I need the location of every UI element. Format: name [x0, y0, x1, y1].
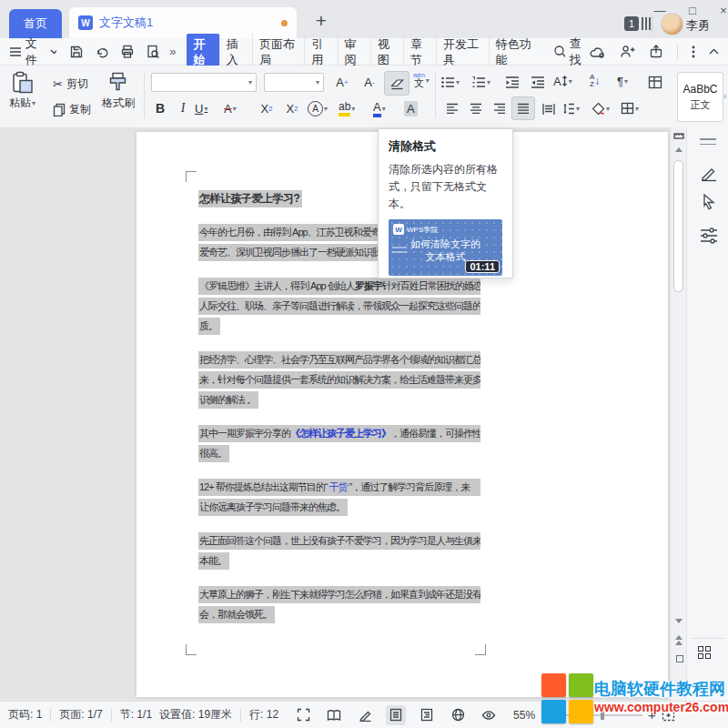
- fit-page-icon[interactable]: [662, 709, 675, 722]
- web-view-button[interactable]: [448, 705, 468, 725]
- undo-icon[interactable]: [95, 45, 109, 59]
- selected-text-line[interactable]: 很高。: [198, 445, 229, 462]
- align-left-button[interactable]: [442, 98, 462, 118]
- ribbon-tab-章节[interactable]: 章节: [403, 34, 436, 70]
- style-gallery-more[interactable]: ›: [723, 91, 726, 101]
- selected-text-line[interactable]: 大草原上的狮子，刚生下来就得学习怎么狩猎，如果直到成年还是没有学: [198, 586, 480, 603]
- line-indicator[interactable]: 行: 12: [249, 707, 278, 723]
- file-menu[interactable]: 文件: [9, 35, 56, 68]
- zoom-in-button[interactable]: +: [648, 707, 656, 723]
- print-preview-icon[interactable]: [146, 45, 160, 59]
- zoom-slider[interactable]: [564, 714, 642, 716]
- highlight-color-button[interactable]: ab▾: [339, 98, 355, 118]
- ribbon-tab-特色功能[interactable]: 特色功能: [489, 34, 541, 70]
- more-options-icon[interactable]: [692, 46, 695, 58]
- add-user-icon[interactable]: [620, 45, 635, 58]
- home-tab[interactable]: 首页: [9, 9, 62, 38]
- task-count-badge[interactable]: 1: [624, 16, 639, 31]
- copy-button[interactable]: 复制: [53, 102, 91, 117]
- character-shading-button[interactable]: A: [404, 98, 418, 118]
- ribbon-tab-审阅[interactable]: 审阅: [338, 34, 370, 70]
- selected-text-line[interactable]: 质。: [198, 318, 220, 335]
- cursor-select-icon[interactable]: [700, 193, 718, 211]
- shading-button[interactable]: ▾: [592, 98, 610, 118]
- select-browse-object-button[interactable]: [676, 655, 683, 662]
- line-spacing-button[interactable]: ▾: [562, 98, 580, 118]
- underline-button[interactable]: U▾: [195, 98, 207, 118]
- bold-button[interactable]: B: [151, 98, 169, 118]
- show-marks-button[interactable]: ¶▾: [617, 71, 628, 91]
- zoom-slider-knob[interactable]: [601, 711, 604, 720]
- tooltip-video-thumbnail[interactable]: W WPS学院 如何清除文字的 文本格式 01:11: [389, 219, 502, 276]
- phonetic-guide-button[interactable]: wén文▾: [413, 70, 430, 90]
- increase-indent-button[interactable]: [528, 72, 548, 92]
- selected-text-line[interactable]: 来，针对每个问题提供一套系统的知识解决方案，给生活难题带来更多知: [198, 371, 480, 389]
- search-command[interactable]: 查找: [553, 35, 590, 68]
- user-name[interactable]: 李勇: [686, 17, 710, 34]
- previous-page-button[interactable]: [675, 635, 682, 645]
- subscript-button[interactable]: X2: [282, 98, 302, 118]
- print-icon[interactable]: [120, 45, 135, 59]
- selected-text-line[interactable]: 本能。: [198, 552, 229, 570]
- eye-protection-button[interactable]: [479, 705, 499, 725]
- page-view-button[interactable]: [386, 705, 406, 725]
- text-effects-button[interactable]: A▾: [308, 98, 328, 118]
- format-painter-button[interactable]: 格式刷: [102, 71, 135, 111]
- write-mode-button[interactable]: [355, 705, 375, 725]
- character-scaling-button[interactable]: A▾: [553, 71, 572, 91]
- font-size-select[interactable]: ▾: [264, 73, 324, 92]
- superscript-button[interactable]: X2: [257, 98, 277, 118]
- scroll-up-arrow[interactable]: [675, 147, 682, 152]
- ribbon-tab-视图[interactable]: 视图: [370, 34, 403, 70]
- font-color-button[interactable]: A▾: [373, 98, 386, 118]
- outline-view-button[interactable]: [417, 705, 437, 725]
- zoom-percent[interactable]: 55%: [513, 709, 535, 722]
- sidebar-handle[interactable]: [700, 138, 716, 148]
- sort-button[interactable]: AZ ↓: [590, 71, 600, 91]
- workspace-grid-icon[interactable]: [698, 646, 711, 659]
- collapse-ribbon-icon[interactable]: [709, 48, 719, 55]
- new-tab-button[interactable]: +: [309, 9, 333, 33]
- scrollbar-thumb[interactable]: [673, 160, 683, 292]
- cut-button[interactable]: ✂ 剪切: [53, 76, 88, 92]
- clear-format-button[interactable]: [384, 71, 410, 96]
- distribute-button[interactable]: [539, 98, 559, 118]
- more-quick-icons[interactable]: »: [169, 45, 176, 58]
- read-mode-button[interactable]: [324, 705, 344, 725]
- align-right-button[interactable]: [490, 98, 510, 118]
- selected-text-line[interactable]: 让你远离孩子学习问题带来的焦虑。: [198, 499, 348, 516]
- italic-button[interactable]: I: [175, 98, 191, 118]
- borders-button[interactable]: ▾: [621, 98, 639, 118]
- ribbon-tab-开始[interactable]: 开始: [187, 34, 218, 70]
- text-tools-button[interactable]: [644, 72, 666, 92]
- section-indicator[interactable]: 节: 1/1: [120, 707, 152, 723]
- vertical-scrollbar[interactable]: [670, 127, 687, 701]
- ribbon-tab-开发工具[interactable]: 开发工具: [436, 34, 488, 70]
- selected-text-line[interactable]: 12+ 帮你提炼总结出这期节目的“ 干货 ”，通过了解学习背后原理，来: [198, 479, 480, 496]
- selected-text-line[interactable]: 会，那就会饿死。: [198, 606, 275, 623]
- ribbon-tab-引用[interactable]: 引用: [304, 34, 337, 70]
- increase-font-button[interactable]: A+: [331, 72, 353, 92]
- ribbon-tab-页面布局[interactable]: 页面布局: [252, 34, 304, 70]
- decrease-font-button[interactable]: A-: [359, 72, 380, 92]
- selected-text-line[interactable]: 把经济学、心理学、社会学乃至互联网产品学界各个领域的知识都汇总起: [198, 351, 480, 369]
- paste-button[interactable]: 粘贴▾: [9, 71, 35, 111]
- pen-tool-icon[interactable]: [700, 164, 718, 182]
- avatar[interactable]: [661, 13, 683, 35]
- selected-text-line[interactable]: 人际交往、职场、亲子等问题进行解读，带领观众一起探究这些问题的本: [198, 298, 480, 315]
- selected-text-line[interactable]: 《罗辑思维》主讲人，得到 App 创始人罗振宇针对百姓日常困扰的婚恋、: [198, 278, 480, 295]
- decrease-indent-button[interactable]: [502, 72, 522, 92]
- ribbon-tab-插入[interactable]: 插入: [219, 34, 252, 70]
- justify-button[interactable]: [511, 96, 535, 120]
- selected-text-line[interactable]: 先正面回答这个问题，世上没有孩子不爱学习，因为学习是人与生俱来的: [198, 532, 480, 550]
- setting-value[interactable]: 设置值: 19厘米: [159, 707, 232, 723]
- task-list-icon[interactable]: [642, 17, 651, 30]
- scroll-down-arrow[interactable]: [675, 619, 682, 623]
- align-center-button[interactable]: [466, 98, 486, 118]
- font-name-select[interactable]: ▾: [151, 73, 257, 92]
- strikethrough-button[interactable]: A▾: [224, 98, 237, 118]
- close-button[interactable]: ×: [712, 2, 728, 18]
- cloud-sync-icon[interactable]: [590, 46, 606, 58]
- share-icon[interactable]: [649, 45, 663, 58]
- save-icon[interactable]: [69, 45, 84, 59]
